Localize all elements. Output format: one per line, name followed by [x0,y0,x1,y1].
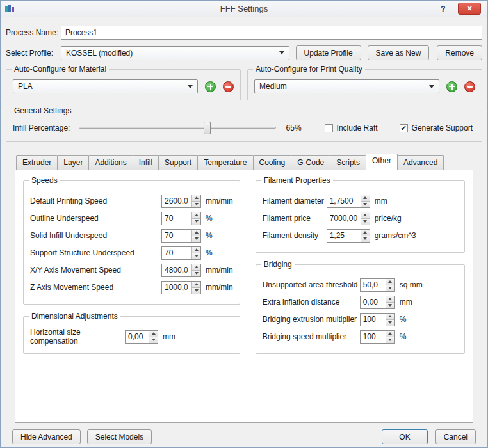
default-printing-speed-spinner[interactable]: 2600,0 [161,195,201,208]
spin-down-button[interactable] [386,303,394,308]
setting-label: Filament price [263,214,327,223]
tab-extruder[interactable]: Extruder [16,155,58,170]
tab-other[interactable]: Other [366,154,398,170]
spin-up-button[interactable] [192,212,200,219]
setting-unit: mm/min [206,283,233,292]
process-name-input[interactable] [61,26,482,40]
unsupported-area-threshold-spinner[interactable]: 50,0 [360,278,395,292]
spin-down-button[interactable] [192,202,200,207]
spin-up-button[interactable] [192,195,200,202]
horizontal-size-compensation-spinner[interactable]: 0,00 [125,330,158,344]
setting-row: X/Y Axis Movement Speed 4800,0 mm/min [30,263,233,277]
dialog-content: Process Name: Select Profile: KOSSEL (mo… [1,17,487,448]
tab-infill[interactable]: Infill [133,155,159,170]
hide-advanced-button[interactable]: Hide Advanced [12,429,81,444]
quality-groupbox: Auto-Configure for Print Quality Medium [247,69,482,100]
setting-row: Bridging extrusion multiplier 100 % [263,312,458,326]
spin-up-button[interactable] [361,230,370,236]
chevron-down-icon [279,51,284,54]
remove-quality-button[interactable] [464,81,475,92]
support-structure-underspeed-spinner[interactable]: 70 [161,246,201,260]
help-button[interactable]: ? [436,3,450,15]
remove-profile-button[interactable]: Remove [437,45,482,60]
tab-additions[interactable]: Additions [88,155,133,170]
filament-properties-groupbox: Filament Properties Filament diameter 1,… [256,180,465,253]
quality-select[interactable]: Medium [254,79,439,93]
spin-down-button[interactable] [192,288,200,294]
spin-down-button[interactable] [192,253,200,259]
spin-up-button[interactable] [192,230,200,236]
update-profile-button[interactable]: Update Profile [296,45,361,60]
material-select[interactable]: PLA [13,79,198,93]
tab-bar: Extruder Layer Additions Infill Support … [15,155,473,170]
add-material-button[interactable] [205,81,216,92]
spin-down-button[interactable] [192,236,200,242]
left-column: Speeds Default Printing Speed 2600,0 mm/… [23,180,240,354]
setting-label: Solid Infill Underspeed [30,231,161,240]
tab-support[interactable]: Support [158,155,198,170]
spin-up-button[interactable] [361,212,370,219]
solid-infill-underspeed-spinner[interactable]: 70 [161,229,201,243]
slider-thumb[interactable] [204,122,211,134]
spin-up-button[interactable] [361,195,370,202]
tab-gcode[interactable]: G-Code [291,155,330,170]
cancel-button[interactable]: Cancel [435,429,476,444]
add-quality-button[interactable] [446,81,457,92]
save-as-new-button[interactable]: Save as New [368,45,430,60]
filament-density-spinner[interactable]: 1,25 [327,229,370,243]
close-button[interactable]: ✕ [458,3,481,15]
spin-up-button[interactable] [192,264,200,271]
spin-down-button[interactable] [361,219,370,225]
spin-down-button[interactable] [192,219,200,225]
spin-up-button[interactable] [386,314,394,320]
process-name-row: Process Name: [6,26,482,40]
setting-row: Filament price 7000,00 price/kg [263,211,458,225]
infill-percentage-slider[interactable] [79,121,275,135]
spin-up-button[interactable] [386,279,394,285]
spin-up-button[interactable] [192,282,200,288]
spin-up-button[interactable] [192,247,200,253]
speeds-group-title: Speeds [29,176,60,185]
spin-down-button[interactable] [386,337,394,343]
select-models-button[interactable]: Select Models [87,429,152,444]
spin-down-button[interactable] [361,202,370,207]
filament-diameter-spinner[interactable]: 1,7500 [327,195,370,208]
tab-cooling[interactable]: Cooling [253,155,292,170]
setting-label: Outline Underspeed [30,214,161,223]
setting-row: Solid Infill Underspeed 70 % [30,228,233,243]
ok-button[interactable]: OK [382,429,427,444]
spin-down-button[interactable] [386,285,394,291]
spin-down-button[interactable] [361,236,370,242]
spin-down-button[interactable] [192,271,200,276]
tab-scripts[interactable]: Scripts [330,155,366,170]
setting-unit: grams/cm^3 [375,231,416,240]
setting-label: Unsupported area threshold [263,280,360,289]
spin-up-button[interactable] [386,331,394,337]
spin-down-button[interactable] [149,337,158,343]
tab-panel-other: Speeds Default Printing Speed 2600,0 mm/… [15,170,473,423]
bridging-extrusion-multiplier-spinner[interactable]: 100 [360,313,395,326]
setting-label: Default Printing Speed [30,196,161,205]
include-raft-checkbox[interactable]: Include Raft [325,124,378,132]
generate-support-checkbox[interactable]: Generate Support [400,124,473,132]
select-profile-label: Select Profile: [6,49,61,58]
setting-unit: % [206,231,213,240]
spin-up-button[interactable] [149,331,158,337]
extra-inflation-distance-spinner[interactable]: 0,00 [360,296,395,309]
filament-price-spinner[interactable]: 7000,00 [327,212,370,225]
remove-material-button[interactable] [223,81,234,92]
infill-percentage-value: 65% [286,124,313,132]
spin-down-button[interactable] [386,320,394,326]
setting-unit: mm [163,332,175,341]
setting-label: Filament diameter [263,196,327,205]
profile-select[interactable]: KOSSEL (modified) [61,46,289,60]
xy-axis-movement-speed-spinner[interactable]: 4800,0 [161,264,201,277]
tab-temperature[interactable]: Temperature [197,155,253,170]
z-axis-movement-speed-spinner[interactable]: 1000,0 [161,281,201,294]
outline-underspeed-spinner[interactable]: 70 [161,212,201,225]
minus-icon [467,86,473,88]
tab-advanced[interactable]: Advanced [397,155,444,170]
spin-up-button[interactable] [386,296,394,303]
bridging-speed-multiplier-spinner[interactable]: 100 [360,330,395,344]
tab-layer[interactable]: Layer [57,155,89,170]
